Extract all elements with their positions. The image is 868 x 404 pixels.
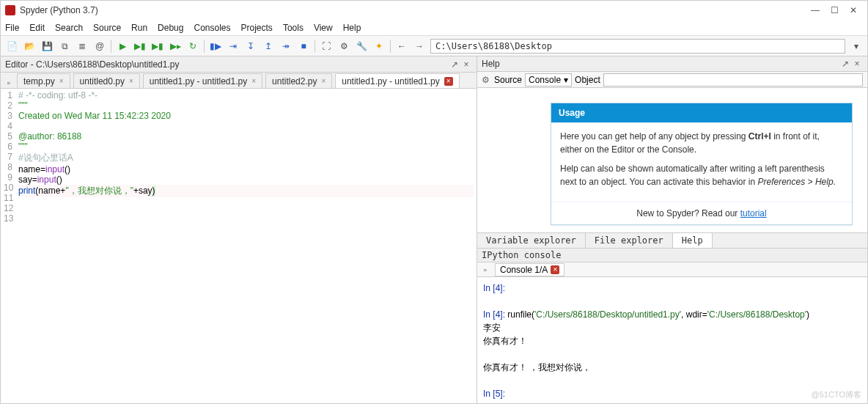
- settings-icon[interactable]: ⚙: [337, 40, 350, 53]
- menu-help[interactable]: Help: [343, 23, 361, 33]
- stop-debug-icon[interactable]: ■: [297, 40, 310, 53]
- console-tab-close-icon[interactable]: ×: [551, 265, 559, 274]
- menu-debug[interactable]: Debug: [158, 23, 183, 33]
- window-title: Spyder (Python 3.7): [20, 5, 806, 15]
- right-bottom-tabs: Variable explorerFile explorerHelp: [477, 232, 867, 249]
- editor-pane-title: Editor - C:\Users\86188\Desktop\untitled…: [5, 59, 179, 70]
- object-label: Object: [575, 75, 600, 85]
- subtab-help[interactable]: Help: [673, 233, 713, 248]
- tab-browse-icon[interactable]: ▫: [4, 78, 14, 88]
- new-file-icon[interactable]: 📄: [5, 40, 18, 53]
- menu-source[interactable]: Source: [93, 23, 121, 33]
- object-input[interactable]: [603, 73, 863, 87]
- menu-tools[interactable]: Tools: [283, 23, 304, 33]
- usage-p2: Help can also be shown automatically aft…: [560, 162, 843, 188]
- close-button[interactable]: ✕: [844, 5, 863, 15]
- subtab-file-explorer[interactable]: File explorer: [586, 233, 673, 248]
- source-label: Source: [494, 75, 522, 85]
- editor-tab[interactable]: untitled1.py - untitled1.py×: [335, 73, 459, 88]
- debug-icon[interactable]: ▮▶: [209, 40, 222, 53]
- menu-file[interactable]: File: [5, 23, 19, 33]
- run-selection-icon[interactable]: ▶▸: [169, 40, 182, 53]
- menu-search[interactable]: Search: [55, 23, 83, 33]
- code-area[interactable]: # -*- coding: utf-8 -*-"""Created on Wed…: [15, 89, 477, 404]
- nav-back-icon[interactable]: ←: [395, 40, 408, 53]
- tab-close-icon[interactable]: ×: [129, 77, 133, 85]
- editor-tab[interactable]: untitled1.py - untitled1.py×: [143, 73, 262, 88]
- menu-bar: FileEditSearchSourceRunDebugConsolesProj…: [1, 20, 867, 36]
- subtab-variable-explorer[interactable]: Variable explorer: [477, 233, 586, 248]
- list-icon[interactable]: ≣: [76, 40, 89, 53]
- usage-footer: New to Spyder? Read our tutorial: [551, 202, 852, 224]
- help-close-icon[interactable]: ×: [851, 59, 863, 69]
- main-toolbar: 📄 📂 💾 ⧉ ≣ @ ▶ ▶▮ ▶▮ ▶▸ ↻ ▮▶ ⇥ ↧ ↥ ↠ ■ ⛶ …: [1, 36, 867, 56]
- ipython-console[interactable]: In [4]: In [4]: runfile('C:/Users/86188/…: [477, 277, 867, 404]
- python-icon[interactable]: ✦: [372, 40, 386, 53]
- console-tab[interactable]: Console 1/A×: [495, 263, 564, 276]
- usage-p1: Here you can get help of any object by p…: [560, 130, 843, 156]
- help-undock-icon[interactable]: ↗: [839, 59, 851, 69]
- save-all-icon[interactable]: ⧉: [58, 40, 71, 53]
- run-icon[interactable]: ▶: [116, 40, 129, 53]
- editor-tab[interactable]: temp.py×: [17, 73, 70, 88]
- maximize-pane-icon[interactable]: ⛶: [320, 40, 333, 53]
- usage-heading: Usage: [551, 103, 852, 122]
- source-combo[interactable]: Console▾: [525, 73, 572, 87]
- tab-close-icon[interactable]: ×: [59, 77, 64, 85]
- menu-projects[interactable]: Projects: [241, 23, 273, 33]
- menu-run[interactable]: Run: [131, 23, 147, 33]
- working-dir-input[interactable]: C:\Users\86188\Desktop: [430, 39, 845, 54]
- nav-forward-icon[interactable]: →: [413, 40, 426, 53]
- ipython-title: IPython console: [477, 249, 867, 263]
- spyder-logo-icon: [5, 5, 15, 15]
- tab-close-icon[interactable]: ×: [321, 77, 326, 85]
- editor-close-icon[interactable]: ×: [460, 59, 472, 70]
- continue-icon[interactable]: ↠: [279, 40, 293, 53]
- usage-box: Usage Here you can get help of any objec…: [551, 103, 853, 225]
- path-dropdown-icon[interactable]: ▾: [850, 40, 863, 53]
- maximize-button[interactable]: ☐: [825, 5, 844, 15]
- step-in-icon[interactable]: ↧: [244, 40, 257, 53]
- tab-close-icon[interactable]: ×: [444, 77, 453, 86]
- console-browse-icon[interactable]: ▫: [480, 265, 490, 275]
- watermark: @51CTO博客: [812, 389, 861, 400]
- menu-consoles[interactable]: Consoles: [194, 23, 230, 33]
- run-cell-icon[interactable]: ▶▮: [133, 40, 147, 53]
- help-options-icon[interactable]: ⚙: [482, 75, 490, 85]
- save-icon[interactable]: 💾: [40, 40, 54, 53]
- editor-tab[interactable]: untitled2.py×: [265, 73, 332, 88]
- help-pane-title: Help: [482, 59, 500, 69]
- editor-tabs: ▫ temp.py×untitled0.py×untitled1.py - un…: [1, 73, 477, 89]
- menu-edit[interactable]: Edit: [29, 23, 45, 33]
- rerun-icon[interactable]: ↻: [186, 40, 199, 53]
- tutorial-link[interactable]: tutorial: [740, 208, 767, 218]
- editor-undock-icon[interactable]: ↗: [449, 59, 460, 70]
- tab-close-icon[interactable]: ×: [251, 77, 256, 85]
- open-file-icon[interactable]: 📂: [23, 40, 36, 53]
- editor-tab[interactable]: untitled0.py×: [73, 73, 140, 88]
- step-out-icon[interactable]: ↥: [262, 40, 275, 53]
- at-icon[interactable]: @: [93, 40, 106, 53]
- minimize-button[interactable]: —: [806, 5, 825, 15]
- pythonpath-icon[interactable]: 🔧: [355, 40, 368, 53]
- step-icon[interactable]: ⇥: [227, 40, 240, 53]
- menu-view[interactable]: View: [314, 23, 333, 33]
- line-gutter: 12345678910111213: [1, 89, 15, 404]
- run-cell-advance-icon[interactable]: ▶▮: [151, 40, 164, 53]
